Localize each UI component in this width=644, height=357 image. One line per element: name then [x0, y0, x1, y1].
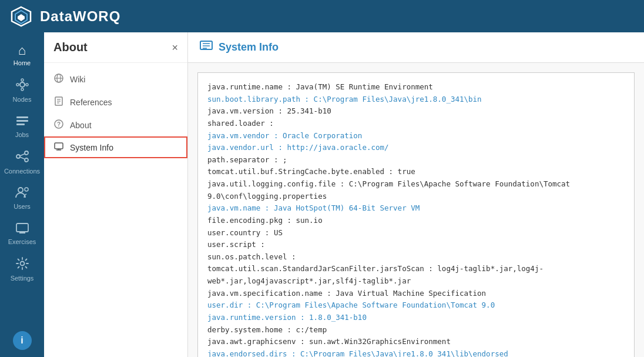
system-info-line: java.util.logging.config.file : C:\Progr…: [207, 178, 625, 202]
nav-label-users: Users: [14, 203, 31, 210]
wiki-label: Wiki: [70, 75, 85, 84]
system-info-line: user.script :: [207, 239, 625, 251]
sidebar-title: About: [53, 41, 88, 54]
system-info-label: System Info: [70, 143, 113, 152]
system-info-box: java.runtime.name : Java(TM) SE Runtime …: [197, 72, 635, 357]
system-info-line: java.endorsed.dirs : C:\Program Files\Ja…: [207, 348, 625, 357]
nav-item-users[interactable]: Users: [0, 181, 44, 216]
sidebar-item-system-info[interactable]: System Info: [44, 136, 187, 158]
content-header: System Info: [188, 32, 644, 63]
content-area: System Info java.runtime.name : Java(TM)…: [188, 32, 644, 357]
nav-label-home: Home: [14, 59, 31, 66]
content-header-title: System Info: [219, 41, 279, 54]
system-info-line: java.vm.version : 25.341-b10: [207, 105, 625, 118]
system-info-line: java.awt.graphicsenv : sun.awt.Win32Grap…: [207, 336, 625, 348]
svg-point-12: [25, 151, 28, 155]
svg-point-7: [26, 84, 28, 86]
system-info-line: shared.loader :: [207, 118, 625, 130]
connections-icon: [16, 150, 29, 166]
left-nav: ⌂ Home Nodes: [0, 32, 44, 357]
system-info-line: file.encoding.pkg : sun.io: [207, 215, 625, 227]
sidebar-item-references[interactable]: References: [44, 91, 187, 114]
about-label: About: [70, 121, 92, 130]
svg-rect-9: [16, 120, 28, 122]
main-layout: ⌂ Home Nodes: [0, 32, 644, 357]
sidebar-item-wiki[interactable]: Wiki: [44, 68, 187, 91]
references-label: References: [70, 98, 112, 107]
nav-label-jobs: Jobs: [15, 131, 29, 138]
system-info-line: java.vendor.url : http://java.oracle.com…: [207, 142, 625, 154]
exercises-icon: [16, 222, 29, 237]
system-info-line: sun.os.patch.level :: [207, 251, 625, 263]
nav-item-connections[interactable]: Connections: [0, 144, 44, 181]
close-button[interactable]: ×: [172, 42, 178, 53]
system-info-line: tomcat.util.scan.StandardJarScanFilter.j…: [207, 263, 625, 287]
svg-point-6: [16, 84, 19, 86]
svg-rect-8: [16, 116, 28, 118]
sidebar-menu: Wiki References ?: [44, 63, 187, 163]
system-info-line: java.vm.specification.name : Java Virtua…: [207, 288, 625, 300]
svg-rect-31: [55, 143, 63, 149]
content-header-icon: [200, 41, 213, 54]
content-body[interactable]: java.runtime.name : Java(TM) SE Runtime …: [188, 63, 644, 357]
app-title: DataWORQ: [40, 8, 120, 25]
svg-text:?: ?: [57, 121, 61, 128]
nav-label-nodes: Nodes: [13, 96, 32, 103]
top-header: DataWORQ: [0, 0, 644, 32]
system-info-line: java.vm.name : Java HotSpot(TM) 64-Bit S…: [207, 202, 625, 215]
sidebar-header: About ×: [44, 32, 187, 63]
system-info-line: tomcat.util.buf.StringCache.byte.enabled…: [207, 166, 625, 178]
svg-point-17: [25, 188, 28, 191]
system-info-icon: [53, 142, 64, 152]
info-button[interactable]: i: [13, 331, 32, 350]
system-info-line: user.country : US: [207, 227, 625, 239]
nav-item-jobs[interactable]: Jobs: [0, 109, 44, 144]
system-info-line: java.vm.vendor : Oracle Corporation: [207, 130, 625, 142]
system-info-line: derby.system.home : c:/temp: [207, 324, 625, 336]
system-info-line: java.runtime.version : 1.8.0_341-b10: [207, 312, 625, 324]
svg-marker-2: [18, 14, 25, 21]
sidebar-item-about[interactable]: ? About: [44, 114, 187, 136]
nav-item-settings[interactable]: Settings: [0, 251, 44, 288]
home-icon: ⌂: [18, 43, 26, 58]
svg-point-16: [18, 188, 23, 192]
system-info-line: user.dir : C:\Program Files\Apache Softw…: [207, 299, 625, 312]
system-info-line: java.runtime.name : Java(TM) SE Runtime …: [207, 81, 625, 94]
nav-label-exercises: Exercises: [8, 238, 36, 245]
nodes-icon: [16, 78, 29, 95]
nav-item-home[interactable]: ⌂ Home: [0, 37, 44, 72]
wiki-icon: [53, 74, 64, 85]
sidebar-panel: About × Wiki: [44, 32, 188, 357]
svg-point-3: [20, 82, 25, 87]
nav-item-nodes[interactable]: Nodes: [0, 72, 44, 109]
svg-point-13: [25, 158, 28, 162]
svg-point-21: [20, 262, 24, 266]
system-info-line: path.separator : ;: [207, 154, 625, 166]
svg-rect-18: [16, 223, 28, 232]
references-icon: [53, 96, 64, 108]
svg-line-14: [20, 154, 25, 156]
svg-rect-10: [16, 124, 25, 125]
nav-item-exercises[interactable]: Exercises: [0, 216, 44, 251]
svg-line-15: [20, 157, 25, 159]
nav-label-settings: Settings: [11, 275, 34, 282]
about-icon: ?: [53, 119, 64, 131]
nav-label-connections: Connections: [4, 168, 40, 175]
svg-point-4: [21, 79, 24, 81]
jobs-icon: [16, 115, 29, 130]
svg-point-5: [21, 88, 24, 91]
logo-icon: [9, 5, 33, 28]
users-icon: [15, 186, 29, 202]
settings-icon: [16, 257, 29, 273]
info-circle-icon[interactable]: i: [13, 331, 32, 350]
svg-point-11: [16, 155, 20, 158]
system-info-line: sun.boot.library.path : C:\Program Files…: [207, 94, 625, 106]
